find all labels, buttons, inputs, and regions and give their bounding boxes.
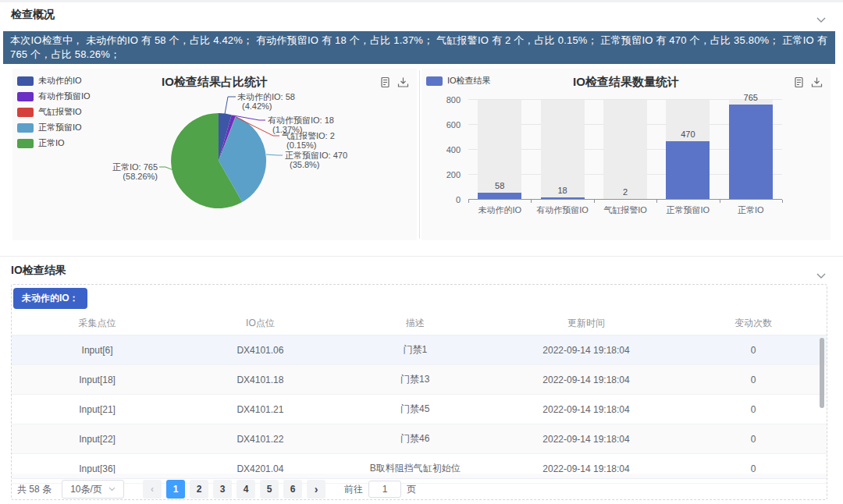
bar-value-label: 58 — [468, 181, 531, 190]
legend-swatch — [17, 123, 34, 133]
legend-item[interactable]: 未动作的IO — [17, 75, 91, 87]
table-cell: DX4101.18 — [183, 365, 337, 395]
axis-tick — [656, 200, 657, 203]
prev-page-button[interactable]: ‹ — [143, 480, 162, 499]
chevron-down-icon — [108, 487, 116, 492]
io-results-section-title: IO检查结果 — [11, 264, 66, 278]
y-axis-label: 0 — [422, 195, 461, 204]
column-header: 采集点位 — [12, 311, 183, 335]
y-axis-label: 800 — [422, 95, 461, 105]
table-cell: 2022-09-14 19:18:04 — [493, 424, 680, 454]
pie-label: 未动作的IO: 58 — [237, 92, 295, 101]
pie-label-line — [225, 97, 236, 114]
legend-swatch — [17, 139, 34, 148]
pager: ‹123456› — [143, 480, 325, 499]
page-size-select[interactable]: 10条/页 — [62, 480, 124, 499]
page-button-3[interactable]: 3 — [213, 480, 232, 499]
legend-item[interactable]: 有动作预留IO — [17, 91, 91, 102]
table-cell: 0 — [680, 395, 827, 424]
bar-value-label: 2 — [594, 187, 656, 197]
table-cell: 2022-09-14 19:18:04 — [493, 335, 680, 365]
table-row[interactable]: Input[6]DX4101.06门禁12022-09-14 19:18:040 — [12, 335, 827, 365]
page-button-6[interactable]: 6 — [283, 480, 302, 499]
io-results-container: 未动作的IO： 采集点位 IO点位 描述 更新时间 变动次数 Input[6]D… — [11, 284, 827, 500]
table-cell: 2022-09-14 19:18:04 — [493, 365, 680, 395]
table-row[interactable]: Input[22]DX4101.22门禁462022-09-14 19:18:0… — [12, 424, 827, 454]
bar-toolbox — [793, 76, 823, 88]
x-axis-label: 正常IO — [720, 204, 782, 216]
y-axis-label: 600 — [422, 120, 461, 130]
page-button-1[interactable]: 1 — [166, 480, 185, 499]
table-cell: DX4101.21 — [183, 395, 337, 424]
page-size-value: 10条/页 — [70, 483, 102, 496]
column-header: 描述 — [338, 311, 493, 335]
legend-label: IO检查结果 — [447, 75, 491, 87]
download-image-icon[interactable] — [397, 76, 409, 88]
io-results-collapse-chevron-icon[interactable] — [816, 268, 826, 282]
pie-label-percent: (0.15%) — [286, 140, 317, 150]
data-view-icon[interactable] — [793, 76, 805, 88]
page-button-5[interactable]: 5 — [260, 480, 279, 499]
table-scrollbar[interactable] — [820, 338, 824, 408]
table-cell: Input[6] — [12, 335, 183, 365]
table-cell: Input[21] — [12, 395, 183, 424]
page-button-2[interactable]: 2 — [190, 480, 208, 499]
bar[interactable] — [666, 141, 710, 200]
overview-collapse-chevron-icon[interactable] — [816, 12, 826, 27]
pie-label: 正常预留IO: 470 — [285, 151, 347, 160]
table-cell: Input[22] — [12, 424, 183, 454]
legend-swatch — [17, 92, 34, 101]
x-axis-label: 气缸报警IO — [594, 204, 656, 216]
legend-swatch — [426, 76, 443, 86]
axis-tick — [782, 200, 783, 203]
summary-banner: 本次IO检查中， 未动作的IO 有 58 个，占比 4.42%； 有动作预留IO… — [3, 31, 835, 64]
pie-label-line — [266, 154, 283, 155]
y-axis-label: 400 — [422, 145, 461, 154]
io-results-table: 采集点位 IO点位 描述 更新时间 变动次数 Input[6]DX4101.06… — [12, 311, 827, 484]
download-image-icon[interactable] — [811, 76, 823, 88]
bar-plot-area: 58未动作的IO18有动作预留IO2气缸报警IO470正常预留IO765正常IO — [468, 100, 782, 200]
pie-label-percent: (58.26%) — [123, 172, 158, 181]
x-axis-label: 未动作的IO — [468, 204, 531, 216]
next-page-button[interactable]: › — [307, 480, 325, 499]
legend-item[interactable]: 正常预留IO — [17, 122, 91, 133]
data-view-icon[interactable] — [379, 76, 391, 88]
y-axis-label: 200 — [422, 170, 461, 179]
legend-swatch — [17, 108, 34, 117]
goto-suffix: 页 — [407, 483, 416, 496]
overview-section-title: 检查概况 — [11, 8, 55, 22]
legend-item[interactable]: 正常IO — [17, 137, 91, 149]
pie-label-percent: (4.42%) — [242, 101, 272, 111]
axis-tick — [720, 200, 720, 203]
table-cell: DX4101.22 — [183, 424, 337, 454]
x-axis-label: 正常预留IO — [656, 204, 719, 216]
pagination: 共 58 条 10条/页 ‹123456› 前往 页 — [12, 478, 827, 499]
column-header: 变动次数 — [680, 311, 827, 335]
bar-chart-card: IO检查结果 IO检查结果数量统计 58未动作的IO18有动作预留IO2气缸报警… — [422, 69, 831, 240]
top-strip — [0, 0, 843, 2]
pie-chart-card: 未动作的IO 有动作预留IO 气缸报警IO 正常预留IO 正常IO IO检查结果… — [12, 69, 417, 240]
column-header: IO点位 — [183, 311, 337, 335]
x-axis-label: 有动作预留IO — [531, 204, 593, 216]
table-cell: 0 — [680, 424, 827, 454]
goto-page: 前往 页 — [344, 481, 416, 498]
table-row[interactable]: Input[21]DX4101.21门禁452022-09-14 19:18:0… — [12, 395, 827, 424]
legend-item[interactable]: 气缸报警IO — [17, 106, 91, 118]
dashboard-page: 检查概况 本次IO检查中， 未动作的IO 有 58 个，占比 4.42%； 有动… — [0, 0, 843, 504]
bar[interactable] — [729, 105, 773, 200]
pie-label: 有动作预留IO: 18 — [268, 115, 334, 125]
table-row[interactable]: Input[18]DX4101.18门禁132022-09-14 19:18:0… — [12, 365, 827, 395]
bar-value-label: 765 — [720, 93, 782, 102]
table-cell: 0 — [680, 365, 827, 395]
bar-background-band — [541, 100, 585, 200]
table-cell: 门禁45 — [338, 395, 493, 424]
page-button-4[interactable]: 4 — [237, 480, 255, 499]
total-count: 共 58 条 — [17, 483, 52, 496]
goto-page-input[interactable] — [368, 481, 401, 498]
table-cell: Input[18] — [12, 365, 183, 395]
table-cell: DX4101.06 — [183, 335, 337, 365]
x-axis-line — [468, 199, 782, 200]
bar-value-label: 470 — [656, 130, 719, 139]
pie-label-percent: (35.8%) — [290, 160, 320, 169]
bar-legend[interactable]: IO检查结果 — [426, 75, 491, 87]
